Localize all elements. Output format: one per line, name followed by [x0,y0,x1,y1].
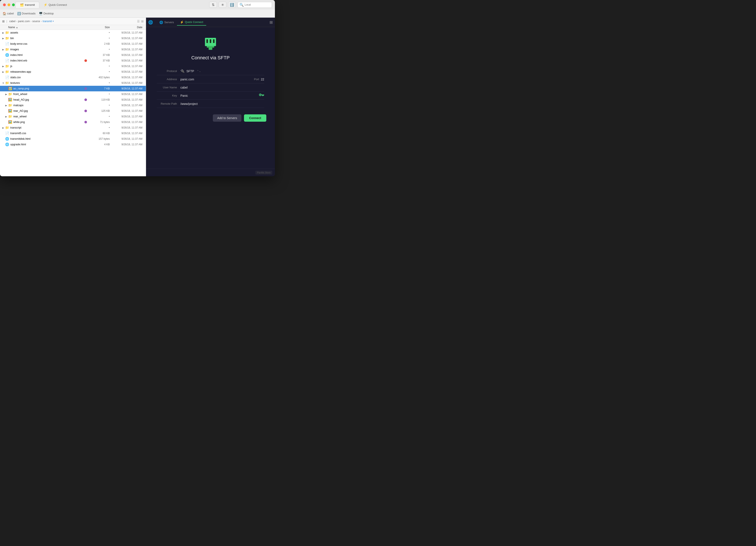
protocol-label: Protocol [157,69,180,73]
expand-icon[interactable]: ▶ [2,71,5,73]
breadcrumb-source[interactable]: source [32,20,40,23]
svg-rect-2 [210,39,211,43]
port-value[interactable]: 22 [261,78,264,81]
file-row[interactable]: 🖼️ rear_AO.jpg 125 KB 9/26/18, 11:37 AM [0,108,146,114]
right-tabs: 🌐 🌐 Servers ⚡ Quick Connect ⊞ [146,18,275,27]
badge-red [84,59,87,62]
breadcrumb-cabel[interactable]: cabel [9,20,15,23]
file-row[interactable]: ▶ 📁 assets • 9/26/18, 11:37 AM [0,30,146,35]
expand-icon[interactable]: ▶ [2,37,5,40]
remote-path-text[interactable]: /www/project [180,102,198,105]
sftp-icon-wrap [203,38,218,52]
svg-rect-5 [209,47,212,50]
port-label: Port [254,78,259,81]
expand-icon[interactable]: ▶ [2,48,5,51]
address-label: Address [157,78,180,81]
file-row[interactable]: ▶ 📁 rear_wheel • 9/26/18, 11:37 AM [0,114,146,119]
location-downloads-label: Downloads [22,12,35,15]
key-text[interactable]: Panic [180,94,188,97]
file-row[interactable]: 📄 index.html.erb 37 KB 9/26/18, 11:37 AM [0,58,146,63]
expand-icon[interactable]: ▼ [2,82,5,84]
file-row[interactable]: ▶ 📁 js • 9/26/18, 11:37 AM [0,63,146,69]
port-group: Port 22 [254,78,264,81]
search-box[interactable]: 🔍 [238,2,272,8]
breadcrumb-transmit[interactable]: transmit [43,20,52,23]
key-icon[interactable] [259,93,264,98]
location-cabel[interactable]: 🏠 cabel [3,12,14,15]
grid-view-icon[interactable]: ⊞ [141,20,144,23]
location-downloads[interactable]: ⬇️ Downloads [17,12,35,15]
file-row[interactable]: 📄 transmit5.css 60 KB 9/26/18, 11:37 AM [0,130,146,136]
address-text[interactable]: panic.com [180,78,194,81]
maximize-button[interactable] [12,3,15,6]
file-panel: ⊞ | cabel › panic.com › source › transmi… [0,18,146,176]
search-input[interactable] [245,3,270,6]
folder-icon: 📁 [5,64,9,68]
chevron-down-icon[interactable]: ▾ [53,20,54,22]
key-value: Panic [180,93,264,98]
file-date: 9/26/18, 11:37 AM [110,81,144,84]
tab-transmit[interactable]: 🗂️ transmit [15,2,39,8]
form-row-protocol: Protocol 🔌 SFTP ⌃⌄ [157,67,264,75]
folder-icon: 📁 [8,92,12,96]
add-to-servers-button[interactable]: Add to Servers [213,114,241,122]
file-name: bin [9,37,88,40]
expand-icon[interactable]: ▶ [5,115,8,118]
file-row[interactable]: ▼ 📁 textures • 9/26/18, 11:37 AM [0,80,146,86]
file-date: 9/26/18, 11:37 AM [110,126,144,129]
file-size: • [88,81,110,84]
size-column-header[interactable]: Size [88,26,110,29]
breadcrumb-panic[interactable]: panic.com [18,20,30,23]
tab-quickconnect[interactable]: ⚡ Quick Connect [39,2,71,8]
close-button[interactable] [3,3,6,6]
file-row[interactable]: 🖼️ white.png 71 bytes 9/26/18, 11:37 AM [0,119,146,125]
tab-transmit-label: transmit [25,3,35,6]
info-button[interactable]: ℹ️ [228,2,236,8]
connect-button[interactable]: Connect [244,114,266,122]
file-row[interactable]: 🌐 upgrade.html 4 KB 9/26/18, 11:37 AM [0,142,146,147]
file-row[interactable]: 🌐 index.html 37 KB 9/26/18, 11:37 AM [0,52,146,58]
file-size: • [88,37,110,40]
file-row[interactable]: 🖼️ ao_ramp.png 7 KB 9/26/18, 11:37 AM [0,86,146,91]
tab-servers-label: Servers [164,21,174,24]
file-name: transmit5.css [9,132,88,135]
file-row[interactable]: ▶ 📁 matcaps • 9/26/18, 11:37 AM [0,102,146,108]
expand-icon[interactable]: ▶ [2,32,5,34]
file-name: rear_AO.jpg [12,109,84,112]
file-row[interactable]: ▶ 📁 front_wheel • 9/26/18, 11:37 AM [0,91,146,97]
name-column-header[interactable]: Name ▲ [2,26,88,29]
badge-purple [84,87,87,90]
username-text[interactable]: cabel [180,86,187,89]
expand-icon[interactable]: ▶ [2,127,5,129]
expand-icon[interactable]: ▶ [2,65,5,67]
globe-icon[interactable]: 🌐 [148,20,153,25]
expand-icon[interactable]: ▶ [5,104,8,107]
activity-button[interactable]: ✳ [219,2,226,8]
grid-icon[interactable]: ⊞ [270,20,273,25]
file-row[interactable]: ▶ 📁 transcript • 9/26/18, 11:37 AM [0,125,146,130]
lightning-icon: ⚡ [180,20,184,24]
date-column-header[interactable]: Date [110,26,144,29]
file-row[interactable]: 🌐 transmitdisk.html 157 bytes 9/26/18, 1… [0,136,146,142]
file-row[interactable]: 📄 stats.csv 402 bytes 9/26/18, 11:37 AM [0,75,146,80]
tab-quick-connect[interactable]: ⚡ Quick Connect [177,19,206,26]
panfile-store-badge[interactable]: Panfile.Store [255,171,272,174]
location-desktop[interactable]: 🖥️ Desktop [39,12,54,15]
list-view-icon[interactable]: ☰ [137,20,140,23]
expand-icon[interactable]: ▶ [5,93,8,95]
file-row[interactable]: ▶ 📁 bin • 9/26/18, 11:37 AM [0,35,146,41]
swap-button[interactable]: ⇅ [209,2,217,8]
username-value: cabel [180,86,264,89]
file-row[interactable]: ▶ 📁 releasenotes-app • 9/26/18, 11:37 AM [0,69,146,75]
minimize-button[interactable] [8,3,10,6]
tab-servers[interactable]: 🌐 Servers [156,19,177,25]
search-icon: 🔍 [239,3,244,7]
key-label: Key [157,94,180,97]
protocol-stepper[interactable]: ⌃⌄ [197,70,201,73]
file-row[interactable]: ▶ 📁 images • 9/26/18, 11:37 AM [0,47,146,52]
file-date: 9/26/18, 11:37 AM [110,143,144,146]
file-row[interactable]: 📄 body-error.css 2 KB 9/26/18, 11:37 AM [0,41,146,47]
file-row[interactable]: 🖼️ head_AO.jpg 119 KB 9/26/18, 11:37 AM [0,97,146,102]
html-icon: 🌐 [5,53,9,57]
column-headers: Name ▲ Size Date [0,25,146,30]
